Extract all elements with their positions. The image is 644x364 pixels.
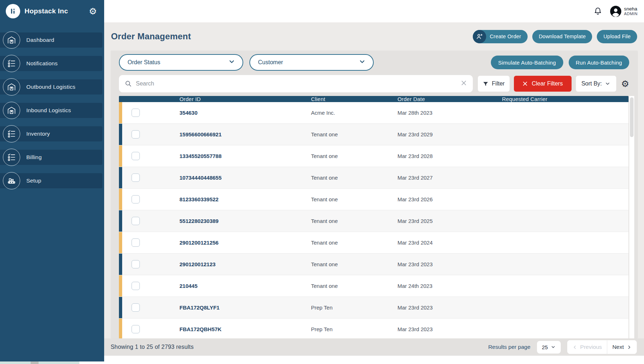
search-box (119, 75, 473, 92)
customer-dropdown[interactable]: Customer (249, 54, 374, 71)
row-checkbox[interactable] (132, 195, 140, 203)
row-checkbox[interactable] (132, 325, 140, 333)
scrollbar-thumb[interactable] (630, 97, 634, 137)
filter-button-label: Filter (492, 80, 505, 87)
row-checkbox[interactable] (132, 238, 140, 247)
upload-file-button[interactable]: Upload File (597, 30, 637, 43)
table-row[interactable]: 13345520557788Tenant oneMar 23rd 2028 (119, 145, 629, 167)
table-settings-gear-icon[interactable]: ⚙ (621, 79, 629, 88)
table-row[interactable]: 10734440448655Tenant oneMar 23rd 2027 (119, 167, 629, 189)
client-cell: Prep Ten (311, 304, 397, 311)
table-row[interactable]: 5512280230389Tenant oneMar 23rd 2025 (119, 210, 629, 232)
checklist-icon (3, 125, 20, 142)
clear-search-icon[interactable] (461, 80, 467, 88)
previous-page-button[interactable]: Previous (567, 340, 607, 354)
table-row[interactable]: FBA172QBH57KPrep TenMar 23rd 2023 (119, 319, 629, 338)
page-header: Order Management Create Order Download T… (104, 22, 644, 51)
filter-button[interactable]: Filter (478, 76, 510, 92)
client-cell: Tenant one (311, 240, 397, 246)
column-header-client[interactable]: Client (311, 96, 397, 102)
column-header-order-date[interactable]: Order Date (397, 96, 502, 102)
order-id-link[interactable]: 210445 (179, 283, 311, 289)
sidebar-item-inbound-logistics[interactable]: Inbound Logistics (0, 103, 102, 118)
amber-status-stripe (119, 319, 122, 338)
user-plus-icon (473, 30, 486, 43)
order-date-cell: Mar 23rd 2025 (397, 218, 502, 224)
client-cell: Tenant one (311, 283, 397, 289)
chevron-right-icon (626, 345, 632, 350)
chevron-down-icon (359, 58, 366, 67)
order-id-link[interactable]: 5512280230389 (179, 218, 311, 224)
sidebar-nav: DashboardNotificationsOutbound Logistics… (0, 32, 104, 188)
table-row[interactable]: 15956600666921Tenant oneMar 23rd 2029 (119, 124, 629, 145)
chevron-down-icon (605, 81, 610, 87)
sidebar-item-inventory[interactable]: Inventory (0, 126, 102, 141)
sidebar-item-label: Dashboard (26, 37, 54, 43)
row-checkbox[interactable] (132, 303, 140, 312)
navy-status-stripe (119, 210, 122, 232)
row-checkbox[interactable] (132, 260, 140, 268)
order-id-link[interactable]: 354630 (179, 110, 311, 116)
row-checkbox[interactable] (132, 217, 140, 225)
order-id-link[interactable]: 290120012123 (179, 261, 311, 267)
sidebar-settings-gear-icon[interactable]: ⚙ (89, 7, 97, 16)
chevron-left-icon (572, 345, 578, 350)
table-row[interactable]: 8123360339522Tenant oneMar 23rd 2026 (119, 189, 629, 210)
table-row[interactable]: 2901200121256Tenant oneMar 23rd 2024 (119, 232, 629, 254)
client-cell: Tenant one (311, 175, 397, 181)
create-order-button[interactable]: Create Order (473, 30, 528, 43)
amber-status-stripe (119, 275, 122, 297)
order-id-link[interactable]: 10734440448655 (179, 175, 311, 181)
simulate-auto-batching-button[interactable]: Simulate Auto-Batching (491, 56, 563, 69)
row-checkbox[interactable] (132, 109, 140, 117)
user-avatar[interactable] (610, 6, 621, 17)
table-row[interactable]: FBA172Q8LYF1Prep TenMar 23rd 2023 (119, 297, 629, 319)
sidebar-item-outbound-logistics[interactable]: Outbound Logistics (0, 79, 102, 95)
order-id-link[interactable]: 15956600666921 (179, 131, 311, 137)
sidebar-item-notifications[interactable]: Notifications (0, 56, 102, 71)
x-icon (522, 81, 528, 87)
download-template-button[interactable]: Download Template (532, 30, 592, 43)
order-id-link[interactable]: FBA172Q8LYF1 (179, 304, 311, 311)
search-icon (125, 80, 132, 87)
clear-filters-label: Clear Filters (532, 80, 563, 87)
row-checkbox[interactable] (132, 130, 140, 139)
search-input[interactable] (136, 80, 461, 87)
table-scrollbar[interactable] (629, 96, 634, 338)
table-row[interactable]: 210445Tenant oneMar 24th 2023 (119, 275, 629, 297)
order-id-link[interactable]: 13345520557788 (179, 153, 311, 159)
next-page-button[interactable]: Next (607, 340, 637, 354)
order-status-dropdown[interactable]: Order Status (119, 54, 243, 71)
client-cell: Acme Inc. (311, 110, 397, 116)
header-actions: Create Order Download Template Upload Fi… (473, 30, 637, 43)
row-checkbox[interactable] (132, 282, 140, 290)
warehouse-icon (3, 102, 20, 119)
row-checkbox[interactable] (132, 152, 140, 160)
amber-status-stripe (119, 102, 122, 123)
customer-dropdown-label: Customer (258, 59, 359, 66)
previous-label: Previous (580, 344, 602, 350)
order-id-link[interactable]: FBA172QBH57K (179, 326, 311, 332)
funnel-icon (483, 81, 489, 87)
order-date-cell: Mar 24th 2023 (397, 283, 502, 289)
sidebar-item-billing[interactable]: Billing (0, 150, 102, 165)
run-auto-batching-button[interactable]: Run Auto-Batching (569, 56, 629, 69)
clear-filters-button[interactable]: Clear Filters (514, 76, 572, 92)
order-id-link[interactable]: 2901200121256 (179, 240, 311, 246)
hopstack-logo-icon (6, 4, 20, 18)
table-row[interactable]: 354630Acme Inc.Mar 28th 2023 (119, 102, 629, 124)
sidebar-item-dashboard[interactable]: Dashboard (0, 32, 102, 48)
column-header-order-id[interactable]: Order ID (179, 96, 311, 102)
page-size-dropdown[interactable]: 25 (537, 341, 561, 354)
navy-status-stripe (119, 297, 122, 318)
table-row[interactable]: 290120012123Tenant oneMar 23rd 2023 (119, 254, 629, 275)
row-checkbox[interactable] (132, 174, 140, 182)
sort-by-button[interactable]: Sort By: (576, 76, 616, 92)
chevron-down-icon (551, 345, 556, 350)
notifications-bell-icon[interactable] (594, 7, 602, 16)
column-header-requested-carrier[interactable]: Requested Carrier (502, 96, 629, 102)
sidebar: Hopstack Inc ⚙ DashboardNotificationsOut… (0, 0, 104, 361)
order-id-link[interactable]: 8123360339522 (179, 196, 311, 202)
user-name: sneha (624, 6, 638, 12)
sidebar-item-setup[interactable]: Setup (0, 173, 102, 188)
